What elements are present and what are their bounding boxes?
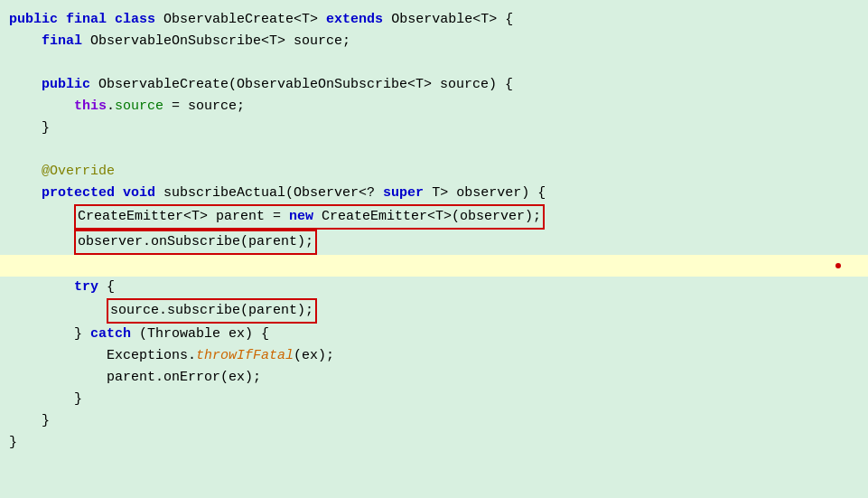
keyword-catch: catch (90, 324, 131, 345)
field-source: source (115, 96, 163, 117)
keyword-final: final (42, 31, 82, 52)
code-line-4: public ObservableCreate(ObservableOnSubs… (0, 74, 868, 96)
code-line-18: } (0, 389, 868, 410)
keyword-super: super (383, 183, 424, 204)
keyword-new: new (289, 209, 313, 224)
code-line-8: @Override (0, 161, 868, 183)
keyword-this: this (74, 96, 107, 117)
keyword-final: final (66, 9, 107, 31)
code-line-14: source.subscribe(parent); (0, 298, 868, 324)
code-line-19: } (0, 410, 868, 432)
keyword-public: public (9, 9, 58, 31)
method-throwIfFatal: throwIfFatal (196, 345, 294, 367)
code-line-2: final ObservableOnSubscribe<T> source; (0, 31, 868, 52)
code-line-1: public final class ObservableCreate<T> e… (0, 9, 868, 31)
code-line-17: parent.onError(ex); (0, 367, 868, 389)
keyword-class: class (115, 9, 155, 31)
keyword-extends: extends (326, 9, 383, 31)
code-line-16: Exceptions.throwIfFatal(ex); (0, 345, 868, 367)
code-line-7 (0, 139, 868, 161)
code-line-13: try { (0, 277, 868, 298)
keyword-void: void (123, 183, 155, 204)
code-editor: public final class ObservableCreate<T> e… (0, 0, 868, 498)
keyword-try: try (74, 277, 98, 298)
code-line-11: observer.onSubscribe(parent); (0, 230, 868, 255)
keyword-protected: protected (42, 183, 115, 204)
code-line-12 (0, 255, 868, 277)
code-line-20: } (0, 432, 868, 454)
boxed-line-10: CreateEmitter<T> parent = new CreateEmit… (74, 204, 545, 230)
keyword-public2: public (42, 74, 90, 96)
code-line-6: } (0, 117, 868, 139)
code-line-5: this.source = source; (0, 96, 868, 117)
boxed-line-11: observer.onSubscribe(parent); (74, 230, 317, 255)
code-line-10: CreateEmitter<T> parent = new CreateEmit… (0, 204, 868, 230)
annotation-override: @Override (9, 161, 115, 183)
code-line-15: } catch (Throwable ex) { (0, 324, 868, 345)
dot-marker (835, 263, 841, 268)
code-line-3 (0, 52, 868, 74)
code-line-9: protected void subscribeActual(Observer<… (0, 183, 868, 204)
boxed-line-14: source.subscribe(parent); (107, 298, 317, 324)
